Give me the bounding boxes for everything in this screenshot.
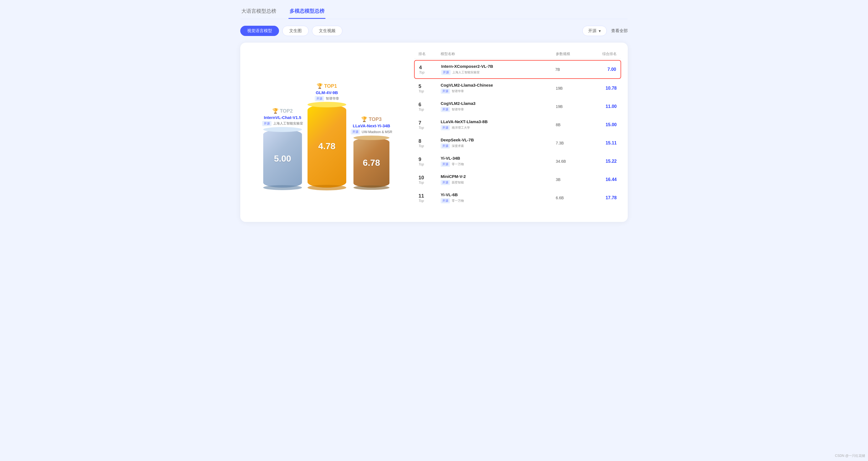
header-rank: 排名 [418,52,441,57]
filter-bar: 视觉语言模型 文生图 文生视频 开源 ▾ 查看全部 [240,26,628,36]
main-content: 🏆 TOP2 InternVL-Chat-V1.5 开源 上海人工智能实验室 5… [240,42,628,222]
podium-col-top2: 🏆 TOP2 InternVL-Chat-V1.5 开源 上海人工智能实验室 5… [262,108,303,188]
top1-org: 智谱华章 [326,96,339,101]
filter-left: 视觉语言模型 文生图 文生视频 [240,26,342,36]
cylinder-top2-wrap: 5.00 [263,129,302,188]
rank-cell-7: 7 Top [418,120,441,130]
tag-6: 开源 [441,107,450,112]
rank-top-label-6: Top [418,107,424,112]
model-tags-6: 开源 智谱华章 [441,107,556,112]
tag-8: 开源 [441,143,450,149]
table-row-7[interactable]: 7 Top LLaVA-NeXT-Llama3-8B 开源 南洋理工大学 8B … [414,116,621,134]
model-cell-8: DeepSeek-VL-7B 开源 深度求索 [441,137,556,149]
cylinder-top1-wrap: 4.78 [308,104,346,188]
filter-text-to-video-label: 文生视频 [319,28,336,33]
rank-cell-10: 10 Top [418,175,441,185]
tab-multimodal[interactable]: 多模态模型总榜 [288,5,326,19]
score-cell-5: 10.78 [589,86,617,91]
top3-badge: 🏆 TOP3 [351,116,392,122]
table-row-8[interactable]: 8 Top DeepSeek-VL-7B 开源 深度求索 7.3B 15.11 [414,134,621,152]
tag-11: 开源 [441,198,450,204]
watermark: CSDN @一只红花猪 [835,454,865,458]
table-row-10[interactable]: 10 Top MiniCPM-V-2 开源 面壁智能 3B 16.44 [414,171,621,188]
cylinder-top3: 6.78 [353,138,390,188]
top1-score: 4.78 [318,141,336,151]
params-cell-4: 7B [555,67,588,72]
top3-org: UW-Madison & MSR [362,130,392,134]
rank-number-10: 10 [418,175,424,181]
rank-top-label-7: Top [418,126,424,130]
page-container: 大语言模型总榜 多模态模型总榜 视觉语言模型 文生图 文生视频 开源 ▾ 查看全… [240,5,628,222]
header-model: 模型名称 [441,52,556,57]
tag-org-10: 面壁智能 [452,180,464,185]
filter-text-to-video[interactable]: 文生视频 [312,26,342,36]
model-name-4: Intern-XComposer2-VL-7B [441,64,555,69]
rank-top-label-4: Top [419,70,425,74]
model-tags-4: 开源 上海人工智能实验室 [441,70,555,75]
top1-badge: 🏆 TOP1 [315,83,339,89]
params-cell-11: 6.6B [556,196,589,200]
filter-vision-language-label: 视觉语言模型 [247,28,272,33]
params-cell-8: 7.3B [556,141,589,145]
model-cell-10: MiniCPM-V-2 开源 面壁智能 [441,174,556,185]
podium-info-top2: 🏆 TOP2 InternVL-Chat-V1.5 开源 上海人工智能实验室 [262,108,303,126]
table-row-6[interactable]: 6 Top CogVLM2-Llama3 开源 智谱华章 19B 11.00 [414,98,621,115]
trophy-icon-top2: 🏆 [272,108,280,114]
model-tags-5: 开源 智谱华章 [441,89,556,94]
model-name-7: LLaVA-NeXT-Llama3-8B [441,119,556,124]
top2-score: 5.00 [274,154,291,164]
top3-tag: 开源 [351,129,360,134]
tag-org-11: 零一万物 [452,199,464,203]
top2-tag: 开源 [262,121,272,126]
source-select[interactable]: 开源 ▾ [582,26,607,36]
view-all-button[interactable]: 查看全部 [611,28,628,33]
table-row-4[interactable]: 4 Top Intern-XComposer2-VL-7B 开源 上海人工智能实… [414,60,621,79]
table-scroll[interactable]: 4 Top Intern-XComposer2-VL-7B 开源 上海人工智能实… [414,60,621,204]
top2-tags: 开源 上海人工智能实验室 [262,121,303,126]
score-cell-8: 15.11 [589,141,617,146]
trophy-icon-top3: 🏆 [361,117,369,122]
rank-cell-9: 9 Top [418,157,441,166]
tab-llm-label: 大语言模型总榜 [241,8,276,14]
cylinder-top2: 5.00 [263,129,302,188]
model-name-5: CogVLM2-Llama3-Chinese [441,83,556,87]
chevron-down-icon: ▾ [599,29,601,33]
filter-vision-language[interactable]: 视觉语言模型 [240,26,279,36]
rank-top-label-5: Top [418,89,424,93]
podium-info-top1: 🏆 TOP1 GLM-4V-9B 开源 智谱华章 [315,83,339,101]
tag-org-9: 零一万物 [452,162,464,166]
score-cell-6: 11.00 [589,104,617,109]
rank-number-4: 4 [419,65,422,70]
model-tags-7: 开源 南洋理工大学 [441,125,556,130]
score-cell-11: 17.78 [589,195,617,200]
tag-org-6: 智谱华章 [452,107,464,112]
tag-5: 开源 [441,89,450,94]
model-tags-8: 开源 深度求索 [441,143,556,149]
table-row-11[interactable]: 11 Top Yi-VL-6B 开源 零一万物 6.6B 17.78 [414,189,621,204]
top3-tags: 开源 UW-Madison & MSR [351,129,392,134]
params-cell-5: 19B [556,86,589,91]
rank-number-11: 11 [418,193,424,199]
rank-cell-5: 5 Top [418,84,441,93]
tag-7: 开源 [441,125,450,130]
params-cell-6: 19B [556,104,589,109]
table-row-5[interactable]: 5 Top CogVLM2-Llama3-Chinese 开源 智谱华章 19B… [414,80,621,97]
tab-llm[interactable]: 大语言模型总榜 [240,5,277,19]
model-cell-4: Intern-XComposer2-VL-7B 开源 上海人工智能实验室 [441,64,555,75]
filter-text-to-image[interactable]: 文生图 [282,26,309,36]
model-cell-7: LLaVA-NeXT-Llama3-8B 开源 南洋理工大学 [441,119,556,130]
trophy-icon-top1: 🏆 [317,83,324,89]
top2-model-name: InternVL-Chat-V1.5 [262,115,303,120]
model-name-8: DeepSeek-VL-7B [441,137,556,142]
table-row-9[interactable]: 9 Top Yi-VL-34B 开源 零一万物 34.6B 15.22 [414,152,621,170]
filter-right: 开源 ▾ 查看全部 [582,26,628,36]
podium-section: 🏆 TOP2 InternVL-Chat-V1.5 开源 上海人工智能实验室 5… [247,49,407,215]
rank-number-5: 5 [418,84,421,89]
model-cell-5: CogVLM2-Llama3-Chinese 开源 智谱华章 [441,83,556,94]
tag-org-7: 南洋理工大学 [452,126,470,130]
header-params: 参数规模 [556,52,589,57]
tag-org-4: 上海人工智能实验室 [452,70,480,74]
params-cell-7: 8B [556,123,589,127]
model-name-9: Yi-VL-34B [441,156,556,160]
rank-number-7: 7 [418,120,421,126]
